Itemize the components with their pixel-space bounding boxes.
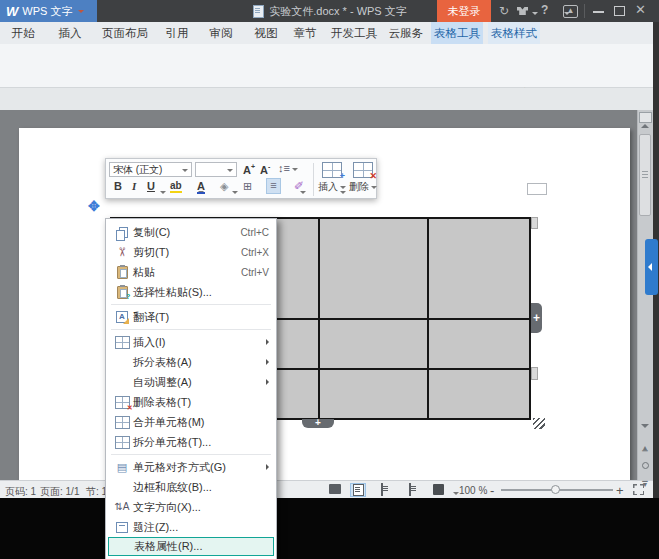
tab-view[interactable]: 视图: [251, 22, 281, 44]
minimize-button[interactable]: [593, 11, 604, 13]
menu-item-cut[interactable]: ✂ 剪切(T) Ctrl+X: [106, 242, 276, 262]
skin-icon[interactable]: [517, 7, 528, 15]
menu-item-merge-cells[interactable]: 合并单元格(M): [106, 412, 276, 432]
mini-font-name-select[interactable]: 宋体 (正文): [109, 162, 192, 177]
tab-page-layout[interactable]: 页面布局: [99, 22, 151, 44]
scroll-down-icon[interactable]: [641, 424, 649, 428]
line-spacing-icon[interactable]: ↕≡: [278, 162, 298, 174]
mini-font-size-select[interactable]: [195, 162, 237, 177]
table-move-handle[interactable]: ✥: [88, 199, 100, 213]
mini-toolbar: 宋体 (正文) A+ A- ↕≡ B I U ab A ◈ ⊞ ≡ ✐ + 插入…: [105, 158, 377, 199]
menu-separator: [111, 304, 271, 305]
menu-item-table-properties[interactable]: 表格属性(R)...: [108, 537, 274, 556]
close-button[interactable]: ✕: [635, 4, 646, 16]
grow-font-button[interactable]: A+: [243, 163, 255, 176]
vertical-scrollbar[interactable]: ▲▔ ▁▼: [637, 110, 653, 480]
tab-cloud[interactable]: 云服务: [385, 22, 427, 44]
status-bar: 页码: 1 页面: 1/1 节: 1 100 % - +: [0, 480, 653, 498]
page-view-icon[interactable]: [350, 483, 366, 497]
section-status: 节: 1: [86, 485, 107, 499]
web-view-icon[interactable]: [409, 483, 411, 496]
tab-table-tools[interactable]: 表格工具: [431, 22, 483, 44]
read-mode-icon[interactable]: [433, 484, 444, 495]
mini-bold-button[interactable]: B: [114, 180, 122, 192]
mini-underline-dropdown-icon[interactable]: [160, 191, 166, 197]
zoom-slider-thumb[interactable]: [551, 485, 560, 494]
mini-font-color-button[interactable]: A: [197, 180, 205, 194]
fullscreen-view-icon[interactable]: [329, 484, 341, 494]
mini-insert-button[interactable]: + 插入: [318, 162, 346, 194]
mini-underline-button[interactable]: U: [147, 180, 155, 192]
mini-highlight-button[interactable]: ab: [170, 180, 182, 193]
zoom-in-button[interactable]: +: [616, 483, 624, 498]
select-browse-object-icon[interactable]: [642, 462, 649, 469]
translate-icon: [111, 311, 133, 323]
menu-item-insert[interactable]: 插入(I): [106, 332, 276, 352]
login-button[interactable]: 未登录: [437, 0, 491, 22]
menu-item-copy[interactable]: 复制(C) Ctrl+C: [106, 222, 276, 242]
shading-bucket-icon[interactable]: ◈: [220, 180, 228, 193]
tab-review[interactable]: 审阅: [206, 22, 236, 44]
mini-delete-button[interactable]: ✕ 删除: [349, 162, 377, 194]
menu-item-paste[interactable]: 粘贴 Ctrl+V: [106, 262, 276, 282]
tab-developer[interactable]: 开发工具: [328, 22, 380, 44]
maximize-button[interactable]: [614, 6, 625, 16]
zoom-level[interactable]: 100 %: [459, 485, 487, 496]
chevron-down-icon: [78, 10, 84, 16]
sidebar-toggle-tab[interactable]: [645, 239, 658, 295]
text-direction-icon: ⇅A: [111, 502, 133, 512]
tab-references[interactable]: 引用: [162, 22, 192, 44]
align-button[interactable]: ≡: [266, 178, 281, 194]
help-icon[interactable]: ?: [541, 4, 548, 16]
table-edge-marker: [531, 217, 538, 229]
menu-item-delete-table[interactable]: ✕ 删除表格(T): [106, 392, 276, 412]
menu-item-text-direction[interactable]: ⇅A 文字方向(X)...: [106, 497, 276, 517]
previous-page-icon[interactable]: ▲▔: [640, 444, 650, 458]
format-painter-icon[interactable]: ✐: [294, 179, 304, 193]
tab-section[interactable]: 章节: [290, 22, 320, 44]
next-page-icon[interactable]: ▁▼: [640, 474, 650, 488]
collapse-ribbon-icon[interactable]: ▲: [563, 5, 578, 18]
ruler-toggle-icon[interactable]: [639, 112, 652, 123]
sync-icon[interactable]: ↻: [499, 5, 509, 17]
copy-icon: [111, 227, 133, 238]
submenu-arrow-icon: [266, 359, 269, 365]
submenu-arrow-icon: [266, 339, 269, 345]
menu-item-split-cells[interactable]: 拆分单元格(T)...: [106, 432, 276, 452]
zoom-out-button[interactable]: -: [490, 483, 494, 498]
borders-icon[interactable]: ⊞: [243, 180, 252, 193]
tab-table-style[interactable]: 表格样式: [488, 22, 540, 44]
menu-item-paste-special[interactable]: ? 选择性粘贴(S)...: [106, 282, 276, 302]
skin-dropdown-icon[interactable]: [532, 12, 538, 18]
menu-item-autofit[interactable]: 自动调整(A): [106, 372, 276, 392]
submenu-arrow-icon: [266, 464, 269, 470]
split-cells-icon: [111, 436, 133, 449]
menu-item-borders-shading[interactable]: 边框和底纹(B)...: [106, 477, 276, 497]
tab-insert[interactable]: 插入: [55, 22, 85, 44]
titlebar: W WPS 文字 实验文件.docx * - WPS 文字 未登录 ↻ ? ▲ …: [0, 0, 659, 22]
menu-item-split-table[interactable]: 拆分表格(A): [106, 352, 276, 372]
delete-table-icon: ✕: [111, 396, 133, 409]
table-resize-handle[interactable]: [533, 418, 545, 429]
paste-icon: [111, 266, 133, 279]
outline-view-icon[interactable]: [381, 483, 383, 496]
insert-table-icon: +: [322, 162, 342, 178]
insert-table-icon: [111, 336, 133, 349]
add-column-handle[interactable]: +: [531, 303, 542, 333]
mini-font-color-dropdown-icon[interactable]: [232, 191, 238, 197]
tab-home[interactable]: 开始: [8, 22, 38, 44]
menu-item-cell-alignment[interactable]: ▤ 单元格对齐方式(G): [106, 457, 276, 477]
add-row-handle[interactable]: +: [302, 419, 334, 428]
mini-italic-button[interactable]: I: [132, 180, 136, 192]
caption-icon: [111, 522, 133, 533]
menu-item-translate[interactable]: 翻译(T): [106, 307, 276, 327]
ribbon: 表格属性 显示虚框 ✎ 绘制表格 擦除 ✕ 删除 + 在上方插入行 + 在下方插…: [0, 44, 653, 88]
wps-menu-button[interactable]: W WPS 文字: [0, 0, 97, 22]
shrink-font-button[interactable]: A-: [260, 163, 270, 176]
menu-item-caption[interactable]: 题注(Z)...: [106, 517, 276, 537]
paste-special-icon: ?: [111, 286, 133, 299]
scroll-up-icon[interactable]: [641, 124, 649, 128]
wps-writer-window: W WPS 文字 实验文件.docx * - WPS 文字 未登录 ↻ ? ▲ …: [0, 0, 659, 559]
scrollbar-thumb[interactable]: [639, 134, 651, 216]
submenu-arrow-icon: [266, 379, 269, 385]
